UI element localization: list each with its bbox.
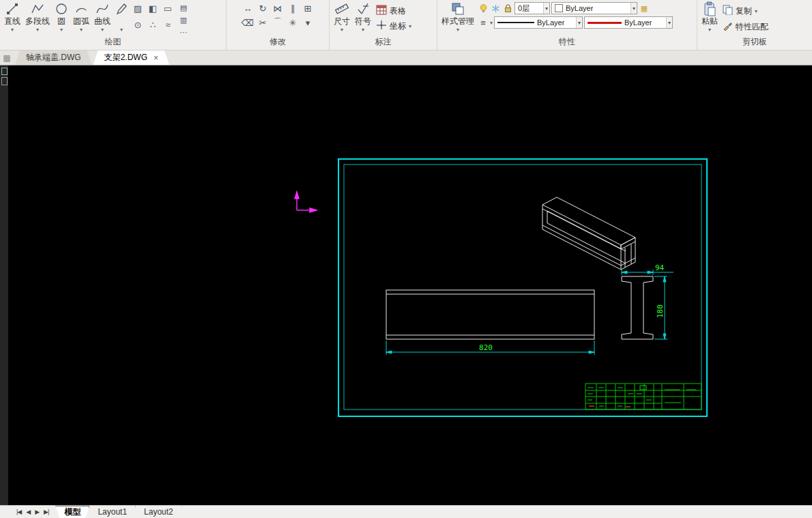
layer-lock-icon[interactable]	[502, 3, 513, 14]
region-icon[interactable]: ▭	[161, 1, 175, 15]
divide-icon[interactable]: ∴	[146, 18, 160, 31]
layer-combo-value: 0层	[518, 3, 530, 14]
chevron-down-icon[interactable]: ▾	[60, 27, 63, 33]
layer-on-bulb-icon[interactable]	[478, 3, 489, 14]
beam-section-view	[622, 276, 653, 339]
tab-layout2[interactable]: Layout2	[136, 506, 182, 518]
ribbon-group-annotate: 尺寸 ▾ 符号 ▾ 表格	[330, 0, 437, 50]
match-properties-button[interactable]: 特性匹配	[721, 20, 770, 33]
chevron-down-icon[interactable]: ▾	[80, 27, 83, 33]
last-layout-button[interactable]: ▶|	[44, 508, 48, 515]
offset-icon[interactable]: ∥	[286, 1, 300, 15]
chevron-down-icon[interactable]: ▾	[11, 27, 14, 33]
table-button[interactable]: 表格	[375, 4, 413, 18]
layer-combo[interactable]: 0层 ▾	[514, 2, 550, 14]
pen-label	[120, 16, 122, 27]
arc-button[interactable]: 圆弧 ▾	[72, 1, 91, 33]
color-combo-value: ByLayer	[566, 4, 593, 12]
properties-menu-icon[interactable]: ≡	[478, 17, 489, 28]
chevron-down-icon[interactable]: ▾	[543, 3, 549, 14]
arc-icon	[74, 1, 88, 16]
style-manager-label: 样式管理	[441, 16, 474, 27]
rotate-icon[interactable]: ↻	[256, 1, 270, 15]
left-tool-icon-2[interactable]	[1, 77, 8, 85]
point-icon[interactable]: ⊙	[131, 18, 145, 31]
mirror-icon[interactable]: ⋈	[271, 1, 285, 15]
chevron-down-icon[interactable]: ▾	[576, 17, 582, 28]
dimension-button[interactable]: 尺寸 ▾	[332, 1, 351, 33]
file-tab-bracket2[interactable]: 支架2.DWG ×	[93, 51, 169, 65]
layer-freeze-icon[interactable]	[490, 3, 501, 14]
table-icon	[376, 5, 387, 17]
model-space-canvas[interactable]: 94 180 820	[8, 66, 812, 505]
layout-tab-bar: |◀ ◀ ▶ ▶| 模型 Layout1 Layout2	[0, 505, 812, 518]
file-tab-label: 支架2.DWG	[104, 52, 147, 63]
chevron-down-icon[interactable]: ▾	[409, 23, 411, 29]
chevron-down-icon[interactable]: ▾	[340, 27, 343, 33]
tab-layout1[interactable]: Layout1	[89, 506, 136, 518]
style-manager-button[interactable]: 样式管理 ▾	[440, 1, 476, 33]
ribbon-group-properties: 样式管理 ▾ 0层 ▾	[437, 0, 697, 50]
spline-button[interactable]: 曲线 ▾	[93, 1, 112, 33]
fillet-icon[interactable]: ⌒	[271, 16, 285, 29]
linetype-combo-value: ByLayer	[537, 18, 564, 27]
file-tab-bar: ▦ 轴承端盖.DWG 支架2.DWG ×	[0, 51, 812, 66]
dimension-text-820: 820	[479, 343, 493, 352]
move-icon[interactable]: ↔	[241, 1, 255, 15]
trim-icon[interactable]: ✂	[256, 16, 270, 29]
chevron-down-icon[interactable]: ▾	[666, 17, 672, 28]
polyline-button[interactable]: 多段线 ▾	[24, 1, 51, 33]
ucs-icon	[295, 192, 317, 212]
draw-group-label: 绘图	[0, 36, 226, 48]
previous-layout-button[interactable]: ◀	[26, 508, 30, 515]
beam-front-view	[386, 290, 594, 339]
dimension-text-94: 94	[655, 263, 665, 272]
color-combo[interactable]: ByLayer ▾	[551, 2, 637, 14]
copy-button[interactable]: 复制 ▾	[721, 4, 770, 18]
coordinate-button[interactable]: 坐标 ▾	[375, 19, 413, 33]
chevron-down-icon[interactable]: ▾	[36, 27, 39, 33]
chevron-down-icon[interactable]: ▾	[630, 3, 637, 14]
erase-icon[interactable]: ⌫	[241, 16, 255, 29]
layer-panel-icon[interactable]: ▥	[178, 14, 189, 25]
linetype-combo[interactable]: ByLayer ▾	[494, 16, 583, 29]
left-tool-icon-1[interactable]	[1, 68, 8, 75]
table-style-icon[interactable]: ▤	[178, 2, 189, 13]
coordinate-icon	[376, 20, 387, 32]
dimension-section-depth: 180	[654, 276, 667, 339]
array-icon[interactable]: ⊞	[301, 1, 315, 15]
circle-label: 圆	[57, 16, 66, 27]
ribbon-group-draw: 直线 ▾ 多段线 ▾ 圆 ▾ 圆弧	[0, 0, 227, 50]
symbol-label: 符号	[355, 16, 371, 27]
file-tab-bearing-cover[interactable]: 轴承端盖.DWG	[15, 51, 92, 65]
drawing-tabs-menu-icon[interactable]: ▦	[1, 53, 12, 63]
explode-icon[interactable]: ✳	[286, 16, 300, 29]
hatch-icon[interactable]: ▨	[131, 1, 145, 15]
lineweight-combo[interactable]: ByLayer ▾	[584, 16, 673, 29]
chevron-down-icon[interactable]: ▾	[120, 27, 123, 33]
style-manager-icon	[451, 1, 465, 16]
chevron-down-icon[interactable]: ▾	[101, 27, 104, 33]
line-button[interactable]: 直线 ▾	[3, 1, 22, 33]
next-layout-button[interactable]: ▶	[35, 508, 39, 515]
symbol-button[interactable]: 符号 ▾	[353, 1, 373, 33]
chevron-down-icon[interactable]: ▾	[490, 20, 493, 26]
polyline-label: 多段线	[25, 16, 50, 27]
chevron-down-icon[interactable]: ▾	[362, 27, 364, 33]
plot-style-icon[interactable]: ▦	[639, 3, 650, 14]
pen-sketch-button[interactable]: ▾	[114, 1, 129, 33]
chevron-down-icon[interactable]: ▾	[456, 27, 459, 33]
tab-model[interactable]: 模型	[55, 506, 89, 518]
close-icon[interactable]: ×	[154, 54, 158, 62]
modify-more-dropdown[interactable]: ▾	[301, 16, 315, 29]
gradient-icon[interactable]: ◧	[146, 1, 160, 15]
tab-model-label: 模型	[64, 506, 81, 518]
paste-button[interactable]: 粘贴 ▾	[700, 1, 719, 33]
chevron-down-icon[interactable]: ▾	[708, 27, 711, 33]
first-layout-button[interactable]: |◀	[16, 508, 21, 515]
chevron-down-icon[interactable]: ▾	[755, 8, 757, 14]
spline-label: 曲线	[94, 16, 111, 27]
revision-cloud-icon[interactable]: ≈	[161, 18, 175, 31]
circle-button[interactable]: 圆 ▾	[53, 1, 70, 33]
match-properties-brush-icon	[723, 20, 733, 33]
